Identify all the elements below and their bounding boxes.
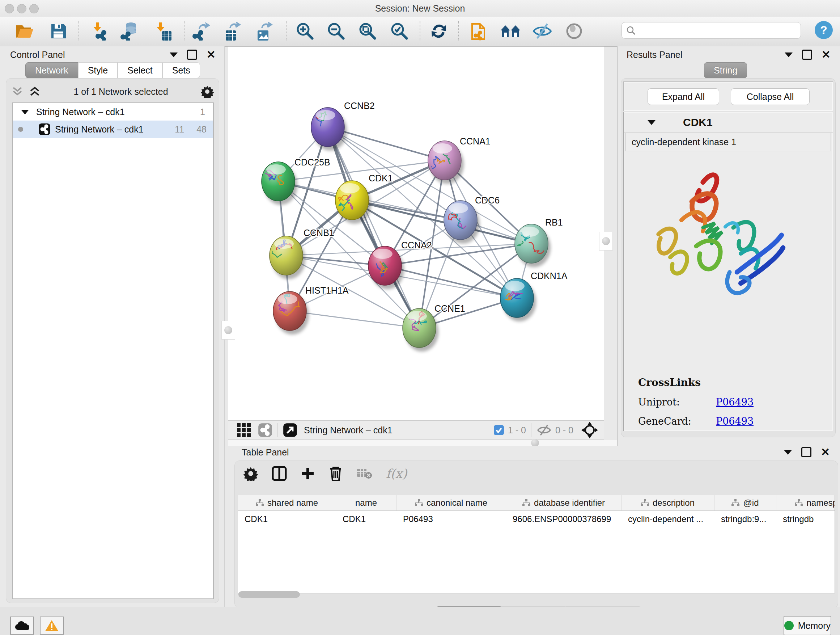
float-panel-icon[interactable] — [801, 447, 812, 457]
delete-table-icon[interactable] — [356, 467, 372, 480]
tab-select[interactable]: Select — [118, 62, 162, 78]
warning-button[interactable] — [40, 616, 64, 635]
export-table-icon — [224, 22, 242, 41]
node-label-CCNE1: CCNE1 — [434, 303, 465, 314]
refresh-layout-button[interactable] — [428, 19, 450, 43]
network-node-CDC6[interactable] — [444, 201, 477, 240]
columns-icon[interactable] — [272, 466, 287, 481]
control-panel-title: Control Panel — [10, 50, 65, 60]
import-table-button[interactable] — [152, 19, 174, 43]
collapse-panel-icon[interactable] — [785, 52, 793, 57]
expand-all-button[interactable]: Expand All — [647, 88, 719, 105]
network-status-dot — [18, 127, 23, 132]
tab-network[interactable]: Network — [25, 62, 78, 78]
column-header-name[interactable]: name — [336, 495, 396, 510]
close-panel-icon[interactable]: ✕ — [207, 49, 216, 60]
column-header-database-identifier[interactable]: database identifier — [506, 495, 622, 510]
import-network-button[interactable] — [88, 19, 111, 43]
export-image-button[interactable] — [253, 19, 276, 43]
collapse-all-button[interactable]: Collapse All — [731, 88, 810, 105]
crosslink-link[interactable]: P06493 — [716, 396, 833, 408]
export-network-button[interactable] — [190, 19, 212, 43]
splitter-handle[interactable] — [531, 439, 539, 447]
gear-icon[interactable] — [201, 85, 214, 98]
search-input[interactable] — [622, 22, 801, 39]
cloud-button[interactable] — [10, 616, 34, 635]
column-header-canonical-name[interactable]: canonical name — [396, 495, 506, 510]
scrollbar-thumb[interactable] — [238, 591, 300, 598]
zoom-fit-icon — [358, 22, 377, 41]
float-panel-icon[interactable] — [187, 50, 197, 60]
share-file-button[interactable] — [468, 19, 490, 43]
network-node-CDC25B[interactable] — [262, 162, 295, 201]
close-panel-icon[interactable]: ✕ — [821, 49, 831, 60]
column-header-@id[interactable]: @id — [714, 495, 776, 510]
network-node-CCNB2[interactable] — [303, 108, 344, 147]
network-node-CCNB1[interactable] — [268, 236, 303, 275]
memory-button[interactable]: Memory — [783, 616, 831, 635]
right-splitter-handle[interactable] — [599, 232, 613, 250]
import-network-icon — [91, 22, 109, 41]
network-label: String Network – cdk1 — [55, 124, 144, 135]
zoom-out-button[interactable] — [325, 19, 347, 43]
crosslink-link[interactable]: P06493 — [716, 416, 833, 427]
hide-panel-button[interactable] — [531, 19, 554, 43]
open-external-icon[interactable] — [283, 423, 297, 437]
zoom-in-button[interactable] — [294, 19, 316, 43]
grid-view-icon[interactable] — [236, 423, 251, 438]
crosslinks-section: CrossLinks Uniprot:P06493GeneCard:P06493… — [638, 377, 833, 431]
selected-checkbox-icon[interactable] — [493, 424, 504, 435]
gene-collapse-icon[interactable] — [647, 120, 655, 125]
save-session-button[interactable] — [47, 19, 69, 43]
collapse-panel-icon[interactable] — [170, 52, 178, 57]
network-node-CCNA2[interactable] — [368, 246, 401, 285]
gene-header-row[interactable]: CDK1 — [624, 112, 833, 133]
tab-style[interactable]: Style — [78, 62, 118, 78]
zoom-fit-button[interactable] — [356, 19, 379, 43]
sphere-icon — [565, 22, 583, 40]
network-row[interactable]: String Network – cdk1 11 48 — [13, 120, 213, 138]
network-node-CDKN1A[interactable] — [500, 279, 534, 318]
network-node-CCNA1[interactable] — [428, 141, 461, 180]
import-database-icon — [120, 22, 139, 41]
float-panel-icon[interactable] — [802, 50, 812, 60]
share-view-icon[interactable] — [258, 423, 272, 437]
import-database-button[interactable] — [118, 19, 141, 43]
network-node-CDK1[interactable] — [335, 181, 369, 220]
table-row[interactable]: CDK1CDK1P064939606.ENSP00000378699cyclin… — [238, 511, 835, 527]
zoom-selected-button[interactable] — [388, 19, 411, 43]
hidden-eye-icon[interactable] — [537, 424, 552, 436]
tab-string[interactable]: String — [704, 62, 747, 78]
network-view-canvas[interactable]: CCNB2CCNA1CDC25BCDK1CDC6RB1CCNB1CCNA2CDK… — [228, 46, 604, 421]
left-splitter-handle[interactable] — [221, 321, 235, 340]
column-header-namespace[interactable]: namespace — [776, 495, 835, 510]
open-session-button[interactable] — [13, 19, 36, 43]
table-gear-icon[interactable] — [243, 466, 258, 481]
column-header-description[interactable]: description — [622, 495, 714, 510]
crosslink-label: Uniprot: — [638, 396, 716, 408]
close-panel-icon[interactable]: ✕ — [821, 447, 830, 458]
expand-all-icon[interactable] — [28, 86, 41, 97]
window-title: Session: New Session — [0, 3, 840, 14]
birdseye-crosshair-icon[interactable] — [581, 422, 598, 439]
app-window: Session: New Session — [0, 0, 840, 635]
inspect-button[interactable] — [563, 19, 585, 43]
network-node-HIST1H1A[interactable] — [273, 291, 306, 331]
function-builder-icon[interactable]: f(x) — [386, 466, 407, 481]
export-table-button[interactable] — [221, 19, 244, 43]
network-node-CCNE1[interactable] — [403, 309, 436, 348]
delete-column-icon[interactable] — [329, 466, 343, 481]
table-panel: Table Panel ✕ f(x) shared namenamecanoni… — [228, 446, 840, 607]
selected-count: 1 - 0 — [508, 425, 526, 435]
network-collection-row[interactable]: String Network – cdk1 1 — [13, 103, 213, 120]
column-type-icon — [415, 499, 423, 507]
horizontal-scrollbar[interactable] — [238, 591, 835, 599]
help-button[interactable]: ? — [815, 21, 833, 39]
tab-sets[interactable]: Sets — [163, 62, 200, 78]
home-button[interactable] — [499, 19, 522, 43]
collapse-panel-icon[interactable] — [784, 450, 792, 455]
collapse-all-icon[interactable] — [11, 86, 24, 97]
column-header-shared-name[interactable]: shared name — [238, 495, 336, 510]
add-column-icon[interactable] — [301, 466, 315, 481]
tree-expand-icon[interactable] — [21, 110, 29, 114]
